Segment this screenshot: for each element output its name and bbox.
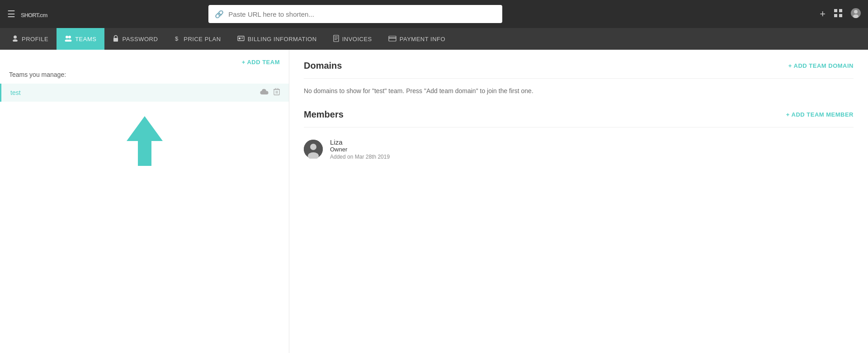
svg-rect-24	[389, 38, 396, 38]
domains-title: Domains	[304, 61, 342, 71]
nav-item-billing[interactable]: BILLING INFORMATION	[229, 28, 325, 50]
url-search-bar[interactable]: 🔗	[208, 5, 502, 23]
svg-rect-13	[113, 38, 118, 42]
logo: SHORT.cm	[21, 8, 47, 20]
nav-label-billing: BILLING INFORMATION	[248, 36, 317, 42]
svg-point-5	[854, 10, 858, 14]
svg-point-7	[14, 36, 17, 39]
svg-rect-17	[241, 38, 243, 38]
team-item-actions	[260, 88, 280, 97]
subnav: PROFILE TEAMS PASSWORD $ PRICE PLAN BILL…	[0, 28, 868, 50]
nav-item-profile[interactable]: PROFILE	[4, 28, 57, 50]
profile-icon	[12, 35, 19, 43]
teams-label: Teams you manage:	[0, 71, 289, 84]
add-team-member-button[interactable]: + ADD TEAM MEMBER	[786, 111, 854, 118]
invoices-icon	[333, 35, 339, 43]
right-panel: Domains + ADD TEAM DOMAIN No domains to …	[289, 50, 868, 353]
billing-icon	[237, 35, 245, 43]
svg-point-9	[66, 36, 68, 38]
members-divider	[304, 127, 854, 127]
domains-section-header: Domains + ADD TEAM DOMAIN	[304, 61, 854, 71]
nav-label-password: PASSWORD	[122, 36, 158, 42]
svg-rect-25	[274, 89, 279, 95]
svg-rect-2	[834, 14, 837, 17]
svg-point-10	[68, 36, 71, 38]
team-name: test	[10, 89, 21, 96]
topbar: ☰ SHORT.cm 🔗 +	[0, 0, 868, 28]
link-icon: 🔗	[215, 10, 224, 19]
left-panel-header: + ADD TEAM	[0, 59, 289, 71]
price-icon: $	[174, 35, 180, 43]
arrow-graphic	[0, 103, 289, 166]
menu-icon[interactable]: ☰	[7, 9, 15, 19]
user-avatar[interactable]	[851, 8, 861, 20]
svg-rect-20	[335, 37, 338, 37]
nav-item-price-plan[interactable]: $ PRICE PLAN	[166, 28, 229, 50]
svg-rect-16	[239, 38, 241, 39]
nav-label-payment: PAYMENT INFO	[400, 36, 445, 42]
domains-empty-message: No domains to show for "test" team. Pres…	[304, 86, 854, 96]
member-info: Liza Owner Added on Mar 28th 2019	[330, 138, 390, 160]
main-content: + ADD TEAM Teams you manage: test Dom	[0, 50, 868, 353]
svg-rect-27	[277, 91, 278, 94]
nav-item-teams[interactable]: TEAMS	[57, 28, 104, 50]
member-name: Liza	[330, 138, 390, 146]
svg-text:$: $	[175, 35, 179, 42]
member-date: Added on Mar 28th 2019	[330, 154, 390, 160]
nav-label-profile: PROFILE	[22, 36, 48, 42]
nav-label-teams: TEAMS	[75, 36, 96, 42]
svg-rect-29	[275, 88, 278, 89]
svg-point-6	[853, 14, 859, 18]
grid-icon[interactable]	[834, 9, 843, 20]
nav-item-invoices[interactable]: INVOICES	[325, 28, 380, 50]
members-title: Members	[304, 109, 344, 120]
svg-point-8	[13, 39, 18, 42]
payment-icon	[388, 35, 396, 43]
svg-marker-30	[127, 116, 163, 166]
member-role: Owner	[330, 146, 390, 153]
svg-rect-22	[335, 39, 337, 40]
svg-rect-3	[839, 14, 842, 17]
member-avatar	[304, 140, 323, 159]
svg-rect-21	[335, 38, 338, 38]
teams-icon	[65, 35, 72, 43]
delete-team-icon[interactable]	[274, 88, 280, 97]
add-icon[interactable]: +	[820, 8, 826, 20]
svg-rect-26	[276, 91, 276, 94]
password-icon	[113, 35, 119, 43]
member-row: Liza Owner Added on Mar 28th 2019	[304, 135, 854, 164]
nav-item-payment[interactable]: PAYMENT INFO	[380, 28, 453, 50]
nav-item-password[interactable]: PASSWORD	[104, 28, 166, 50]
members-section-header: Members + ADD TEAM MEMBER	[304, 109, 854, 120]
svg-rect-1	[839, 9, 842, 12]
team-list-item[interactable]: test	[0, 84, 289, 102]
topbar-actions: +	[820, 8, 861, 20]
search-input[interactable]	[228, 10, 496, 18]
nav-label-price-plan: PRICE PLAN	[184, 36, 221, 42]
svg-point-32	[310, 144, 316, 150]
domains-divider	[304, 78, 854, 79]
cloud-icon[interactable]	[260, 89, 269, 97]
add-team-domain-button[interactable]: + ADD TEAM DOMAIN	[788, 62, 854, 69]
up-arrow-svg	[127, 116, 163, 166]
left-panel: + ADD TEAM Teams you manage: test	[0, 50, 289, 353]
add-team-button[interactable]: + ADD TEAM	[242, 59, 280, 66]
nav-label-invoices: INVOICES	[342, 36, 372, 42]
svg-rect-0	[834, 9, 837, 12]
svg-rect-18	[241, 38, 243, 39]
svg-rect-23	[389, 36, 396, 41]
